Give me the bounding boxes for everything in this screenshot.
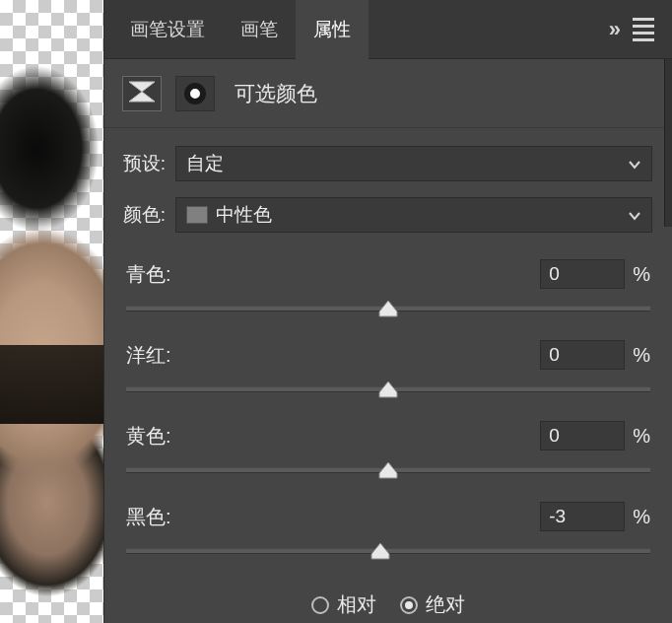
chevron-down-icon [628,204,641,226]
radio-icon [311,596,329,614]
slider-cyan: 青色: % [126,256,650,312]
slider-black-input[interactable] [540,502,625,531]
svg-marker-3 [379,462,397,478]
slider-thumb-icon[interactable] [378,300,398,317]
svg-marker-4 [371,543,389,559]
mask-icon [184,83,206,104]
slider-yellow-track[interactable] [126,467,650,473]
preset-value: 自定 [186,151,224,176]
slider-magenta-input[interactable] [540,340,625,370]
slider-thumb-icon[interactable] [378,381,398,398]
slider-black-track[interactable] [126,548,650,554]
slider-cyan-track[interactable] [126,306,650,312]
slider-label: 黄色: [126,423,540,450]
panel-tabbar: 画笔设置 画笔 属性 » [104,0,672,59]
svg-marker-2 [379,381,397,397]
chevron-down-icon [628,153,641,174]
tab-brush-settings[interactable]: 画笔设置 [112,0,223,59]
slider-black: 黑色: % [126,499,650,554]
percent-symbol: % [633,263,650,286]
slider-thumb-icon[interactable] [378,461,398,479]
svg-marker-0 [129,82,155,102]
panel-edge [664,59,672,227]
selective-color-form: 预设: 自定 颜色: 中性色 [104,128,672,246]
percent-symbol: % [633,506,650,528]
slider-thumb-icon[interactable] [370,542,390,560]
tab-brush[interactable]: 画笔 [223,0,296,59]
percent-symbol: % [633,344,650,367]
slider-label: 青色: [126,261,540,288]
svg-marker-1 [379,301,397,316]
panel-title: 可选颜色 [235,80,317,107]
percent-symbol: % [633,425,650,448]
preset-label: 预设: [118,151,166,176]
slider-cyan-input[interactable] [540,259,625,289]
slider-area: 青色: % 洋红: % 黄色 [104,246,672,586]
tab-properties[interactable]: 属性 [296,0,369,59]
slider-magenta-track[interactable] [126,386,650,392]
canvas-image[interactable] [0,49,105,601]
color-swatch-icon [186,206,208,224]
slider-label: 洋红: [126,342,540,369]
panel-menu-icon[interactable] [633,18,654,41]
radio-label: 绝对 [426,591,465,618]
radio-icon [400,596,418,614]
color-select[interactable]: 中性色 [175,197,652,233]
properties-panel: 画笔设置 画笔 属性 » 可选颜色 预设: 自定 [103,0,672,623]
method-radio-group: 相对 绝对 [104,586,672,623]
slider-label: 黑色: [126,504,540,530]
slider-magenta: 洋红: % [126,337,650,392]
slider-yellow-input[interactable] [540,421,625,450]
preset-select[interactable]: 自定 [175,146,652,181]
radio-relative[interactable]: 相对 [311,591,376,618]
slider-yellow: 黄色: % [126,418,650,473]
radio-label: 相对 [337,591,376,618]
radio-absolute[interactable]: 绝对 [400,591,465,618]
layer-mask-button[interactable] [175,76,215,111]
collapse-panel-icon[interactable]: » [609,17,615,42]
color-label: 颜色: [118,202,166,228]
color-value: 中性色 [216,202,272,228]
adjustment-type-icon[interactable] [122,76,162,111]
selective-color-icon [128,81,156,106]
panel-header: 可选颜色 [104,59,672,128]
